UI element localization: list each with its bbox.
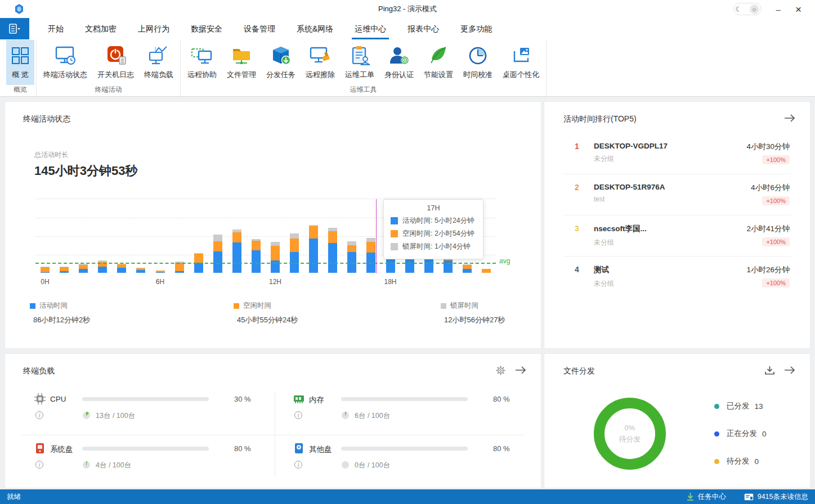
close-button[interactable]: × xyxy=(795,4,801,15)
menu-tabs: 开始 文档加密 上网行为 数据安全 设备管理 系统&网络 运维中心 报表中心 更… xyxy=(37,18,503,39)
chart-bar-16H[interactable] xyxy=(347,241,356,273)
status-bar: 就绪 任务中心 9415条未读信息 xyxy=(0,489,815,504)
ribbon-item-ops-ticket[interactable]: 运维工单 xyxy=(340,40,379,85)
ribbon-item-label: 身份认证 xyxy=(384,70,414,80)
desktop-personalize-icon xyxy=(510,44,532,67)
theme-toggle[interactable]: ☾ ☼ xyxy=(733,3,762,15)
chart-bar-4H[interactable] xyxy=(117,264,126,273)
panel-title: 终端负载 xyxy=(23,366,55,376)
minimize-button[interactable]: – xyxy=(776,4,781,14)
tab-doc-encrypt[interactable]: 文档加密 xyxy=(74,18,127,39)
terminal-group: 未分组 xyxy=(594,279,746,289)
remote-wipe-icon xyxy=(309,44,332,67)
info-icon[interactable]: i xyxy=(35,411,43,419)
ribbon-item-label: 桌面个性化 xyxy=(503,70,539,80)
mini-pie-icon xyxy=(83,461,90,469)
info-icon[interactable]: i xyxy=(294,411,302,419)
legend-active-time: 活动时间 86小时12分钟2秒 xyxy=(30,301,90,325)
ribbon-item-terminal-activity-status[interactable]: 终端活动状态 xyxy=(38,40,92,85)
ribbon-item-energy-saving[interactable]: 节能设置 xyxy=(419,40,458,85)
chart-bar-2H[interactable] xyxy=(79,264,88,273)
terminal-group: 未分组 xyxy=(594,154,746,164)
tab-start[interactable]: 开始 xyxy=(37,18,74,39)
legend-value: 0 xyxy=(762,430,767,438)
load-metric-name: 其他盘 xyxy=(309,444,332,454)
ribbon-item-label: 节能设置 xyxy=(424,70,453,80)
app-logo-icon xyxy=(15,4,24,14)
chart-bar-12H[interactable] xyxy=(271,242,280,273)
gear-icon[interactable] xyxy=(495,364,506,376)
monitor-chart-icon xyxy=(147,44,170,67)
chart-bar-22H[interactable] xyxy=(463,264,472,273)
ribbon-item-remote-wipe[interactable]: 远程擦除 xyxy=(301,40,340,85)
ribbon-item-time-calibration[interactable]: 时间校准 xyxy=(458,40,498,85)
memory-icon xyxy=(293,393,304,404)
activity-stacked-bar-chart[interactable]: 17H 活动时间: 5小时24分钟 空闲时间: 2小时54分钟 锁屏时间: 1小… xyxy=(35,199,496,273)
tab-ops-center[interactable]: 运维中心 xyxy=(344,18,397,39)
ribbon-item-label: 分发任务 xyxy=(266,70,295,80)
chart-bar-0H[interactable] xyxy=(41,267,50,273)
cpu-icon xyxy=(34,393,46,404)
chart-bar-17H[interactable] xyxy=(366,238,375,273)
ribbon-item-identity-auth[interactable]: 身份认证 xyxy=(379,40,419,85)
chart-bar-23H[interactable] xyxy=(482,269,491,273)
arrow-right-icon[interactable] xyxy=(515,364,526,376)
sun-icon: ☼ xyxy=(750,4,759,14)
info-icon[interactable]: i xyxy=(35,461,43,469)
memory-progress-bar xyxy=(341,397,468,401)
load-percent: 80 % xyxy=(493,444,510,453)
folder-icon xyxy=(230,44,253,67)
legend-label: 已分发 xyxy=(727,401,750,411)
donut-status: 待分发 xyxy=(619,434,641,444)
task-center-button[interactable]: 任务中心 xyxy=(687,492,726,502)
ribbon-item-distribute-task[interactable]: 分发任务 xyxy=(261,40,301,85)
tab-more-functions[interactable]: 更多功能 xyxy=(450,18,503,39)
tab-system-network[interactable]: 系统&网络 xyxy=(286,18,344,39)
mini-pie-icon xyxy=(342,461,349,469)
chart-bar-10H[interactable] xyxy=(232,230,241,273)
ranking-row[interactable]: 2 DESKTOP-51R976A test 4小时6分钟 +100% xyxy=(563,174,791,215)
tab-web-behavior[interactable]: 上网行为 xyxy=(127,18,180,39)
system-disk-progress-bar xyxy=(82,447,209,451)
terminal-name: nsecsoft李国... xyxy=(594,224,746,234)
delta-badge: +100% xyxy=(762,237,790,246)
window-title: Ping32 - 演示模式 xyxy=(378,4,437,14)
delta-badge: +100% xyxy=(762,196,790,205)
ranking-row[interactable]: 3 nsecsoft李国... 未分组 2小时41分钟 +100% xyxy=(563,215,791,256)
chart-bar-1H[interactable] xyxy=(60,267,69,273)
download-arrow-icon xyxy=(687,493,694,501)
chart-bar-6H[interactable] xyxy=(156,271,165,273)
chart-bar-5H[interactable] xyxy=(136,268,145,273)
chart-bar-13H[interactable] xyxy=(290,233,299,273)
arrow-right-icon[interactable] xyxy=(784,112,795,124)
chart-bar-11H[interactable] xyxy=(252,239,261,273)
download-tray-icon[interactable] xyxy=(764,364,775,376)
chart-tooltip: 17H 活动时间: 5小时24分钟 空闲时间: 2小时54分钟 锁屏时间: 1小… xyxy=(383,199,483,259)
ribbon-item-power-log[interactable]: 开关机日志 xyxy=(92,40,139,85)
tab-report-center[interactable]: 报表中心 xyxy=(397,18,450,39)
ribbon-item-file-manager[interactable]: 文件管理 xyxy=(222,40,261,85)
ribbon-item-overview[interactable]: 概 览 xyxy=(6,40,34,85)
ribbon-item-terminal-load[interactable]: 终端负载 xyxy=(139,40,178,85)
tab-data-security[interactable]: 数据安全 xyxy=(180,18,233,39)
ranking-row[interactable]: 4 测试 未分组 1小时26分钟 +100% xyxy=(563,256,791,298)
delta-badge: +100% xyxy=(762,278,790,287)
x-axis-label: 18H xyxy=(384,278,397,286)
remote-assist-icon xyxy=(191,44,213,67)
arrow-right-icon[interactable] xyxy=(784,364,795,376)
divider xyxy=(21,435,525,435)
ribbon-item-label: 运维工单 xyxy=(345,70,374,80)
ranking-row[interactable]: 1 DESKTOP-VGDPL17 未分组 4小时30分钟 +100% xyxy=(563,133,791,174)
chart-bar-15H[interactable] xyxy=(328,228,337,273)
ribbon-item-remote-assist[interactable]: 远程协助 xyxy=(182,40,222,85)
message-icon xyxy=(744,493,754,501)
unread-messages-button[interactable]: 9415条未读信息 xyxy=(744,492,808,502)
rank-number: 2 xyxy=(575,183,594,215)
app-menu-button[interactable] xyxy=(0,18,29,39)
tab-device-mgmt[interactable]: 设备管理 xyxy=(233,18,286,39)
chart-bar-14H[interactable] xyxy=(309,225,318,273)
ribbon-item-desktop-personalize[interactable]: 桌面个性化 xyxy=(498,40,544,85)
info-icon[interactable]: i xyxy=(294,461,302,469)
locked-time-chip xyxy=(391,243,398,250)
chart-bar-9H[interactable] xyxy=(213,235,222,273)
